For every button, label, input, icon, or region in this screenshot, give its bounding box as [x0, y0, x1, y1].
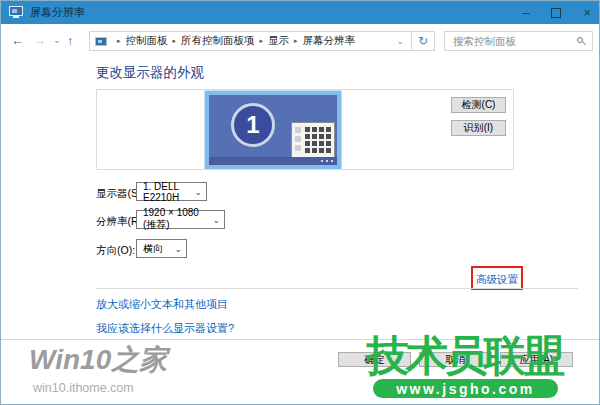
search-input[interactable]: [445, 32, 592, 50]
chevron-down-icon: ⌄: [190, 187, 202, 197]
breadcrumb-control-panel[interactable]: 控制面板: [126, 34, 168, 48]
monitor-taskbar: [209, 157, 337, 165]
chevron-down-icon: ⌄: [208, 215, 220, 225]
breadcrumb-separator-icon: ▸: [289, 37, 303, 45]
monitor-number-badge: 1: [231, 103, 275, 147]
resolution-select-value: 1920 × 1080 (推荐): [143, 207, 208, 232]
display-small-icon: [95, 37, 107, 46]
orientation-label: 方向(O):: [96, 244, 135, 258]
breadcrumb-separator-icon: ▸: [168, 37, 182, 45]
jsgho-url: www.jsgho.com: [396, 381, 535, 397]
titlebar: 屏幕分辨率 – ×: [1, 1, 599, 24]
breadcrumb-separator-icon: ▸: [112, 37, 126, 45]
address-dropdown-icon[interactable]: ⌄: [389, 36, 411, 46]
identify-button[interactable]: 识别(I): [451, 120, 506, 136]
monitor-1-preview[interactable]: 1: [205, 91, 341, 169]
breadcrumb-display[interactable]: 显示: [268, 34, 289, 48]
forward-icon: →: [33, 24, 46, 57]
advanced-settings-link[interactable]: 高级设置: [476, 273, 518, 285]
page-title: 更改显示器的外观: [96, 64, 204, 82]
maximize-button[interactable]: [551, 8, 561, 18]
display-select-value: 1. DELL E2210H: [143, 181, 190, 203]
window-title: 屏幕分辨率: [30, 1, 85, 24]
resolution-keypad-icon: [291, 122, 335, 158]
screen-resolution-window: 屏幕分辨率 – × ← → ⌄ ↑ ▸ 控制面板 ▸ 所有控制面板项 ▸ 显示 …: [0, 0, 600, 405]
navigation-toolbar: ← → ⌄ ↑ ▸ 控制面板 ▸ 所有控制面板项 ▸ 显示 ▸ 屏幕分辨率 ⌄ …: [1, 24, 599, 57]
display-select[interactable]: 1. DELL E2210H ⌄: [136, 182, 207, 201]
breadcrumb-separator-icon: ▸: [255, 37, 269, 45]
resolution-select[interactable]: 1920 × 1080 (推荐) ⌄: [136, 210, 225, 229]
monitor-menu-dots-icon: [321, 160, 323, 162]
refresh-icon[interactable]: ↻: [412, 34, 434, 48]
chevron-down-icon: ⌄: [170, 244, 182, 254]
win10-suffix-text: 之家: [111, 344, 167, 375]
display-settings-help-link[interactable]: 我应该选择什么显示器设置?: [96, 321, 234, 336]
detect-button[interactable]: 检测(C): [451, 97, 506, 113]
back-icon[interactable]: ←: [11, 24, 24, 57]
divider: [96, 288, 578, 289]
breadcrumb-all-items[interactable]: 所有控制面板项: [181, 34, 255, 48]
orientation-select[interactable]: 横向 ⌄: [136, 239, 187, 258]
minimize-button[interactable]: –: [522, 1, 529, 24]
red-annotation-box: 高级设置: [471, 266, 523, 290]
up-icon[interactable]: ↑: [67, 24, 74, 57]
technician-union-watermark: 技术员联盟: [367, 328, 562, 384]
make-text-larger-link[interactable]: 放大或缩小文本和其他项目: [96, 297, 228, 312]
win10-home-url: win10.ithome.com: [33, 381, 167, 395]
win10-brand-text: Win10: [29, 344, 111, 375]
jsgho-badge: www.jsgho.com: [373, 379, 558, 398]
breadcrumb: ▸ 控制面板 ▸ 所有控制面板项 ▸ 显示 ▸ 屏幕分辨率 ⌄ ↻: [89, 31, 435, 51]
search-icon[interactable]: [577, 37, 585, 45]
orientation-select-value: 横向: [143, 242, 163, 256]
history-dropdown-icon[interactable]: ⌄: [53, 24, 61, 57]
display-app-icon: [9, 6, 23, 18]
win10-home-watermark: Win10之家 win10.ithome.com: [29, 341, 167, 395]
breadcrumb-screen-resolution[interactable]: 屏幕分辨率: [303, 34, 356, 48]
search-box: [444, 31, 593, 51]
close-button[interactable]: ×: [583, 1, 591, 24]
